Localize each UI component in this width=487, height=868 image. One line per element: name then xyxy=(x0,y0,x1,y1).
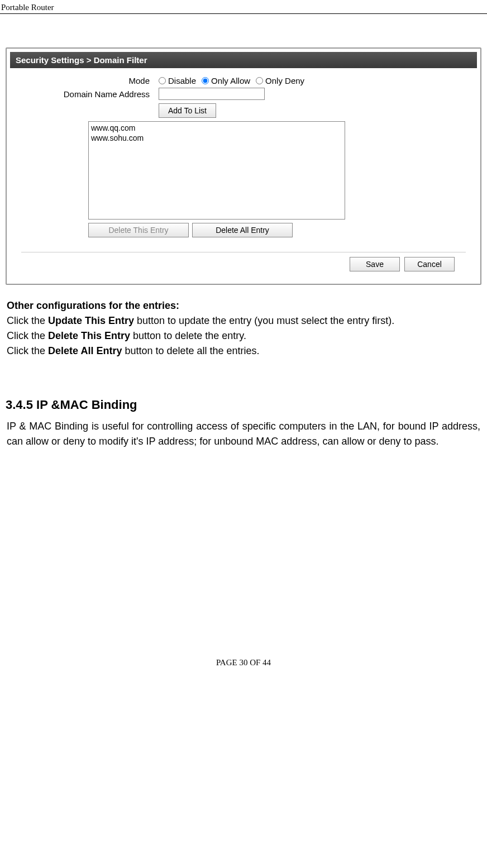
section-paragraph: IP & MAC Binding is useful for controlli… xyxy=(6,419,481,449)
domain-label: Domain Name Address xyxy=(16,89,159,99)
mode-only-allow-label: Only Allow xyxy=(211,76,250,85)
mode-label: Mode xyxy=(16,76,159,85)
mode-disable-label: Disable xyxy=(168,76,196,85)
mode-only-deny-radio[interactable] xyxy=(256,77,263,84)
panel-title: Security Settings > Domain Filter xyxy=(10,52,477,68)
cancel-button[interactable]: Cancel xyxy=(404,257,455,271)
list-item[interactable]: www.sohu.com xyxy=(91,133,342,143)
save-button[interactable]: Save xyxy=(350,257,400,271)
settings-panel: Security Settings > Domain Filter Mode D… xyxy=(6,47,481,285)
instruction-line: Click the Update This Entry button to up… xyxy=(7,313,480,328)
mode-only-allow-option[interactable]: Only Allow xyxy=(202,76,250,85)
mode-only-allow-radio[interactable] xyxy=(202,77,209,84)
instruction-line: Click the Delete All Entry button to del… xyxy=(7,344,480,359)
page-number: PAGE 30 OF 44 xyxy=(0,650,487,675)
divider xyxy=(21,252,466,252)
delete-this-entry-button[interactable]: Delete This Entry xyxy=(88,223,189,237)
instruction-line: Click the Delete This Entry button to de… xyxy=(7,328,480,344)
domain-input[interactable] xyxy=(159,88,265,100)
mode-only-deny-label: Only Deny xyxy=(265,76,304,85)
section-heading: 3.4.5 IP &MAC Binding xyxy=(6,398,481,412)
mode-disable-radio[interactable] xyxy=(159,77,166,84)
add-to-list-button[interactable]: Add To List xyxy=(159,103,216,118)
list-item[interactable]: www.qq.com xyxy=(91,123,342,133)
delete-all-entry-button[interactable]: Delete All Entry xyxy=(192,223,293,237)
mode-only-deny-option[interactable]: Only Deny xyxy=(256,76,304,85)
domain-listbox[interactable]: www.qq.com www.sohu.com xyxy=(88,121,345,220)
doc-title: Portable Router xyxy=(1,3,54,12)
mode-disable-option[interactable]: Disable xyxy=(159,76,196,85)
instructions-heading: Other configurations for the entries: xyxy=(7,298,480,313)
